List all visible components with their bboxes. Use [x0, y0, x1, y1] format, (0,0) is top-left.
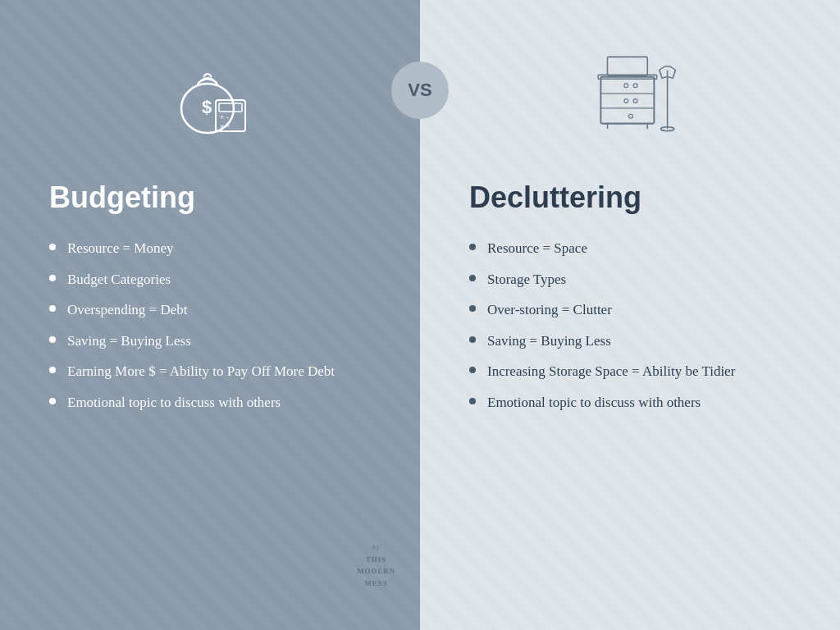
list-item-text: Earning More $ = Ability to Pay Off More…	[67, 361, 335, 382]
budgeting-icon: $ + - × ÷	[165, 41, 263, 139]
list-item: Emotional topic to discuss with others	[49, 392, 335, 413]
svg-text:$: $	[202, 97, 212, 117]
list-item: Resource = Space	[469, 238, 735, 259]
list-item: Saving = Buying Less	[49, 331, 335, 352]
list-item: Increasing Storage Space = Ability be Ti…	[469, 361, 735, 382]
decluttering-icon	[581, 41, 687, 139]
list-item-text: Emotional topic to discuss with others	[487, 392, 701, 413]
bullet-dot	[469, 336, 476, 343]
left-panel: $ + - × ÷ Budgeting Resource = MoneyBudg…	[0, 0, 420, 630]
right-title: Decluttering	[469, 180, 641, 215]
list-item: Earning More $ = Ability to Pay Off More…	[49, 361, 335, 382]
bullet-dot	[49, 244, 56, 250]
main-container: $ + - × ÷ Budgeting Resource = MoneyBudg…	[0, 0, 840, 630]
list-item: Over-storing = Clutter	[469, 299, 735, 321]
left-icon-area: $ + - × ÷	[49, 0, 379, 180]
right-icon-area	[469, 0, 799, 180]
list-item-text: Budget Categories	[67, 269, 171, 290]
bullet-dot	[469, 275, 476, 281]
watermark: by THISMODERNMESS	[357, 541, 395, 589]
list-item: Emotional topic to discuss with others	[469, 392, 735, 413]
svg-point-15	[629, 114, 633, 118]
right-panel: Decluttering Resource = SpaceStorage Typ…	[420, 0, 840, 630]
bullet-dot	[469, 367, 476, 373]
list-item: Resource = Money	[49, 238, 335, 259]
bullet-dot	[469, 398, 476, 404]
list-item: Overspending = Debt	[49, 299, 335, 321]
svg-rect-3	[219, 103, 242, 112]
left-title: Budgeting	[49, 180, 195, 215]
list-item: Saving = Buying Less	[469, 331, 735, 352]
svg-text:+  -: + -	[220, 113, 229, 121]
list-item-text: Saving = Buying Less	[67, 331, 191, 352]
svg-point-14	[633, 99, 637, 103]
bullet-dot	[49, 367, 56, 373]
bullet-dot	[469, 244, 476, 250]
bullet-dot	[49, 336, 56, 343]
vs-label: VS	[408, 80, 431, 101]
list-item-text: Emotional topic to discuss with others	[67, 392, 281, 413]
list-item-text: Saving = Buying Less	[487, 331, 611, 352]
svg-point-12	[633, 84, 637, 88]
svg-point-11	[624, 84, 628, 88]
bullet-dot	[49, 398, 56, 404]
svg-rect-8	[608, 57, 648, 75]
list-item-text: Overspending = Debt	[67, 299, 188, 321]
bullet-dot	[49, 305, 56, 312]
svg-point-13	[624, 99, 628, 103]
bullet-dot	[49, 275, 56, 281]
right-bullet-list: Resource = SpaceStorage TypesOver-storin…	[469, 238, 735, 422]
list-item-text: Resource = Space	[487, 238, 587, 259]
list-item-text: Increasing Storage Space = Ability be Ti…	[487, 361, 735, 382]
list-item: Budget Categories	[49, 269, 335, 290]
left-bullet-list: Resource = MoneyBudget CategoriesOverspe…	[49, 238, 335, 422]
bullet-dot	[469, 305, 476, 312]
svg-text:×  ÷: × ÷	[220, 122, 231, 130]
vs-circle: VS	[391, 62, 449, 119]
list-item-text: Over-storing = Clutter	[487, 299, 612, 321]
list-item-text: Storage Types	[487, 269, 566, 290]
list-item: Storage Types	[469, 269, 735, 290]
list-item-text: Resource = Money	[67, 238, 174, 259]
